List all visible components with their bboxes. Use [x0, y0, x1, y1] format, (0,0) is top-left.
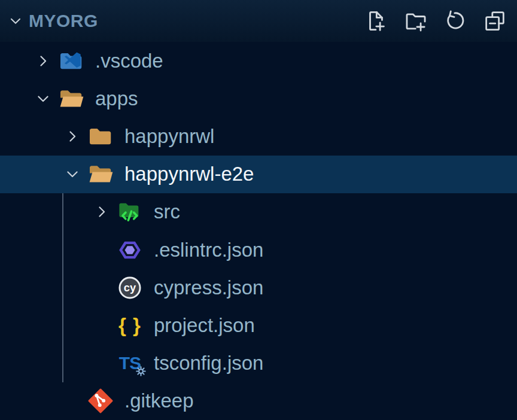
- tree-item-label: apps: [95, 87, 138, 110]
- chevron-down-icon[interactable]: [59, 160, 86, 188]
- workspace-title: MYORG: [29, 11, 98, 31]
- chevron-right-icon[interactable]: [88, 198, 115, 226]
- chevron-spacer: [88, 349, 115, 377]
- json-braces-icon: { }: [115, 308, 144, 343]
- vscode-folder-icon: [57, 44, 86, 78]
- tree-item-label: .vscode: [95, 50, 163, 72]
- refresh-explorer-button[interactable]: [442, 7, 469, 35]
- chevron-spacer: [88, 274, 115, 302]
- eslint-icon: [115, 233, 144, 267]
- tree-item-label: happynrwl-e2e: [124, 163, 254, 185]
- chevron-right-icon[interactable]: [29, 47, 57, 75]
- git-icon: [86, 384, 115, 418]
- chevron-spacer: [88, 312, 115, 339]
- tree-item-tsconfig-json[interactable]: TS tsconfig.json: [0, 345, 517, 382]
- folder-closed-icon: [86, 119, 115, 154]
- folder-open-icon: [57, 81, 86, 116]
- tree-item-src[interactable]: src: [0, 193, 517, 231]
- tree-item-label: happynrwl: [124, 125, 214, 148]
- tree-item-label: cypress.json: [154, 276, 263, 299]
- tree-item-vscode[interactable]: .vscode: [0, 42, 517, 80]
- new-file-icon: [364, 8, 389, 34]
- tree-item-label: tsconfig.json: [154, 352, 263, 375]
- tree-item-happynrwl-e2e[interactable]: happynrwl-e2e: [0, 156, 517, 193]
- chevron-down-icon[interactable]: [7, 13, 24, 29]
- chevron-spacer: [59, 387, 86, 415]
- new-folder-button[interactable]: [402, 7, 430, 35]
- indent-guide: [62, 193, 63, 382]
- gear-glyph: [135, 366, 147, 377]
- tree-item-gitkeep[interactable]: .gitkeep: [0, 382, 517, 420]
- explorer-header: MYORG: [0, 0, 517, 42]
- chevron-spacer: [88, 236, 115, 264]
- tree-item-cypress-json[interactable]: cycypress.json: [0, 269, 517, 306]
- folder-open-icon: [86, 157, 115, 191]
- tsconfig-icon: TS: [115, 346, 144, 381]
- tree-item-eslintrc-json[interactable]: .eslintrc.json: [0, 231, 517, 269]
- collapse-folders-icon: [482, 8, 507, 34]
- tree-item-label: .gitkeep: [124, 389, 194, 412]
- chevron-down-icon[interactable]: [29, 85, 57, 112]
- collapse-folders-button[interactable]: [481, 7, 509, 35]
- cypress-icon: cy: [115, 270, 144, 305]
- refresh-explorer-icon: [443, 8, 468, 34]
- new-file-button[interactable]: [363, 7, 390, 35]
- tree-item-label: .eslintrc.json: [154, 239, 263, 261]
- tree-item-label: src: [154, 200, 180, 223]
- svg-text:cy: cy: [124, 281, 136, 294]
- chevron-right-icon[interactable]: [59, 123, 86, 150]
- file-tree: .vscode appshappynrwl happynrwl-e2e src …: [0, 42, 517, 420]
- explorer-toolbar: [363, 7, 509, 35]
- tree-item-project-json[interactable]: { }project.json: [0, 306, 517, 344]
- braces-glyph: { }: [118, 314, 141, 337]
- src-folder-icon: [115, 194, 144, 229]
- tree-item-happynrwl[interactable]: happynrwl: [0, 117, 517, 155]
- tree-item-apps[interactable]: apps: [0, 80, 517, 117]
- new-folder-icon: [403, 8, 428, 34]
- tree-item-label: project.json: [154, 314, 255, 337]
